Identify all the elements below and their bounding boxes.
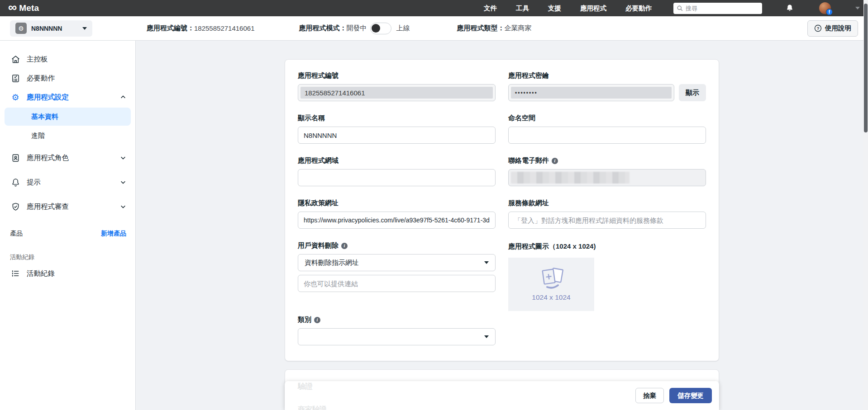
meta-logo[interactable]: ∞ Meta <box>8 3 39 14</box>
contact-email-input[interactable] <box>508 169 706 186</box>
app-id-input: 1825585271416061 <box>298 84 496 101</box>
category-select[interactable] <box>298 328 496 345</box>
info-icon[interactable]: i <box>341 243 348 249</box>
sidebar-item-label: 應用程式角色 <box>27 153 114 163</box>
app-id-value: 1825585271416061 <box>194 24 254 32</box>
page-scrollbar[interactable] <box>863 0 868 410</box>
help-button[interactable]: ? 使用說明 <box>807 20 858 37</box>
app-type-value: 企業商家 <box>504 24 531 33</box>
app-selector-caret-icon <box>82 27 87 30</box>
app-secret-field-group: 應用程式密鑰 •••••••• 顯示 <box>508 71 706 101</box>
app-id-field-group: 應用程式編號 1825585271416061 <box>298 71 496 101</box>
sidebar-item-dashboard[interactable]: 主控板 <box>0 50 135 69</box>
privacy-url-input[interactable] <box>298 212 496 229</box>
nav-docs[interactable]: 文件 <box>484 4 497 13</box>
sidebar-subitem-basic-settings[interactable]: 基本資料 <box>5 108 131 126</box>
app-secret-field-label: 應用程式密鑰 <box>508 71 706 80</box>
sidebar-item-app-roles[interactable]: 應用程式角色 <box>0 148 135 167</box>
contact-email-field-group: 聯絡電子郵件 i <box>508 156 706 186</box>
save-changes-button[interactable]: 儲存變更 <box>669 388 712 403</box>
contact-email-label: 聯絡電子郵件 <box>508 156 549 165</box>
account-caret-down-icon[interactable] <box>855 7 860 9</box>
sidebar-subitem-label: 進階 <box>31 132 45 140</box>
meta-infinity-icon: ∞ <box>8 1 17 14</box>
tos-url-label: 服務條款網址 <box>508 199 706 207</box>
app-id-input-value: 1825585271416061 <box>305 89 365 97</box>
tos-url-field-group: 服務條款網址 <box>508 199 706 229</box>
sidebar-subitem-label: 基本資料 <box>31 113 58 121</box>
add-photo-icon <box>537 267 565 291</box>
app-mode-value: 開發中 <box>346 24 367 33</box>
app-id-label: 應用程式編號： <box>147 24 194 33</box>
app-selector-dropdown[interactable]: ⚙ N8NNNNN <box>10 20 92 37</box>
sidebar-item-label: 應用程式設定 <box>27 93 114 102</box>
scrollbar-thumb[interactable] <box>864 4 868 132</box>
sidebar-item-activity-log[interactable]: 活動紀錄 <box>0 264 135 283</box>
namespace-field-group: 命名空間 <box>508 114 706 144</box>
app-icon-label: 應用程式圖示（1024 x 1024) <box>508 241 603 251</box>
search-icon <box>677 5 683 11</box>
chevron-up-icon <box>120 94 126 100</box>
nav-required-actions[interactable]: 必要動作 <box>625 4 652 13</box>
data-deletion-url-input[interactable] <box>298 275 496 292</box>
namespace-input[interactable] <box>508 127 706 144</box>
nav-apps[interactable]: 應用程式 <box>580 4 606 13</box>
add-product-link[interactable]: 新增產品 <box>101 230 126 238</box>
roles-icon <box>10 153 21 163</box>
nav-support[interactable]: 支援 <box>548 4 561 13</box>
search-box[interactable] <box>673 3 762 14</box>
sidebar-item-app-settings[interactable]: ⚙ 應用程式設定 <box>0 88 135 107</box>
discard-button[interactable]: 捨棄 <box>635 388 664 403</box>
top-navigation-bar: ∞ Meta 文件 工具 支援 應用程式 必要動作 f <box>0 0 868 16</box>
sidebar-item-label: 提示 <box>27 178 114 187</box>
app-secret-input: •••••••• <box>508 84 674 101</box>
app-secret-dots: •••••••• <box>515 90 538 96</box>
app-gear-icon: ⚙ <box>15 23 27 34</box>
info-icon[interactable]: i <box>314 317 320 323</box>
app-mode-label: 應用程式模式： <box>299 24 346 33</box>
app-id-field-label: 應用程式編號 <box>298 71 496 80</box>
privacy-url-label: 隱私政策網址 <box>298 199 496 207</box>
app-live-label: 上線 <box>396 24 410 33</box>
sidebar-item-required-actions[interactable]: 必要動作 <box>0 69 135 88</box>
app-type-label: 應用程式類型： <box>457 24 504 33</box>
basic-settings-card: 應用程式編號 1825585271416061 應用程式密鑰 •••••••• … <box>285 59 719 361</box>
facebook-badge-icon: f <box>826 9 833 15</box>
category-field-group: 類別 i <box>298 316 496 345</box>
caret-down-icon <box>484 261 489 264</box>
home-icon <box>10 55 21 64</box>
app-domains-input[interactable] <box>298 169 496 186</box>
list-icon <box>10 269 21 278</box>
nav-tools[interactable]: 工具 <box>516 4 529 13</box>
save-changes-bar: 捨棄 儲存變更 <box>285 381 719 410</box>
app-icon-upload-area[interactable]: 1024 x 1024 <box>508 258 594 311</box>
shield-check-icon <box>10 202 21 212</box>
app-domains-label: 應用程式網域 <box>298 156 496 165</box>
sidebar-item-label: 應用程式審查 <box>27 202 114 212</box>
display-name-label: 顯示名稱 <box>298 114 496 123</box>
help-button-label: 使用說明 <box>825 24 851 33</box>
app-mode-toggle[interactable] <box>370 23 391 34</box>
tasks-icon <box>10 74 21 83</box>
tos-url-input[interactable] <box>508 212 706 229</box>
data-deletion-select[interactable]: 資料刪除指示網址 <box>298 254 496 271</box>
app-selector-name: N8NNNNN <box>31 25 78 32</box>
notifications-bell-icon[interactable] <box>786 4 794 12</box>
caret-down-icon <box>484 335 489 338</box>
show-secret-button[interactable]: 顯示 <box>679 84 706 101</box>
info-icon[interactable]: i <box>552 158 558 164</box>
upload-size-hint: 1024 x 1024 <box>532 293 570 302</box>
activity-log-heading: 活動紀錄 <box>0 253 135 261</box>
display-name-input[interactable] <box>298 127 496 144</box>
data-deletion-label: 用戶資料刪除 <box>298 241 339 250</box>
privacy-url-field-group: 隱私政策網址 <box>298 199 496 229</box>
category-label: 類別 <box>298 316 311 324</box>
app-header-bar: ⚙ N8NNNNN 應用程式編號： 1825585271416061 應用程式模… <box>0 16 868 41</box>
display-name-field-group: 顯示名稱 <box>298 114 496 144</box>
sidebar-item-alerts[interactable]: 提示 <box>0 173 135 192</box>
user-avatar[interactable]: f <box>819 2 831 14</box>
search-input[interactable] <box>686 5 758 12</box>
sidebar-item-app-review[interactable]: 應用程式審查 <box>0 197 135 216</box>
sidebar-subitem-advanced-settings[interactable]: 進階 <box>5 127 131 145</box>
app-domains-field-group: 應用程式網域 <box>298 156 496 186</box>
